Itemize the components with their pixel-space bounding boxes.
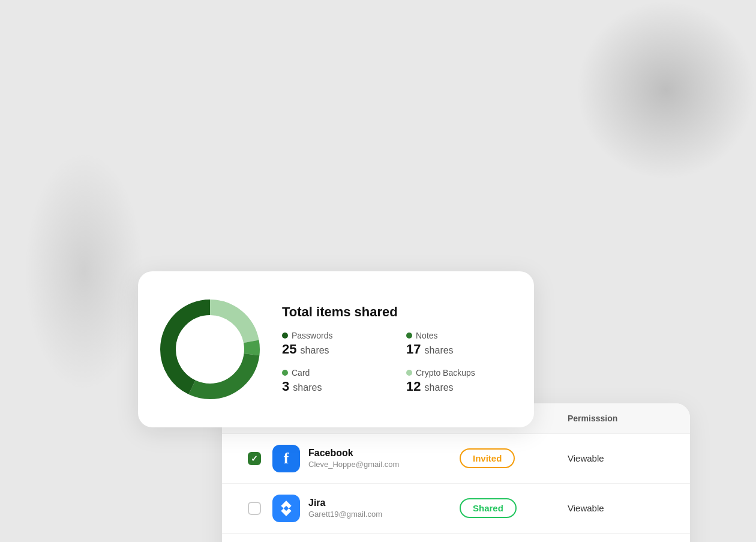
table-row-youtube[interactable]: Youtube Lyda_Howe@gmail.com Invited Edit… <box>222 534 690 543</box>
chart-title: Total items shared <box>282 304 512 320</box>
app-email: Garett19@gmail.com <box>308 510 382 519</box>
app-name: Facebook <box>308 448 399 459</box>
table-body: f Facebook Cleve_Hoppe@gmail.com Invited… <box>222 434 690 543</box>
stat-label: Notes <box>406 331 512 340</box>
stat-notes: Notes 17 shares <box>406 331 512 357</box>
stat-dot <box>282 370 288 376</box>
status-badge: Invited <box>460 448 515 468</box>
app-name: Jira <box>308 498 382 508</box>
status-cell: Shared <box>460 498 568 518</box>
jira-icon <box>272 495 300 522</box>
name-info: Facebook Cleve_Hoppe@gmail.com <box>308 448 399 469</box>
header-permission: Permisssion <box>568 412 676 425</box>
stat-passwords: Passwords 25 shares <box>282 331 388 357</box>
chart-info: Total items shared Passwords 25 shares N… <box>282 304 512 394</box>
stat-label: Passwords <box>282 331 388 340</box>
permission-cell: Viewable <box>568 503 676 513</box>
blob-decoration <box>576 0 756 180</box>
stat-value: 12 shares <box>406 379 512 394</box>
stat-crypto: Crypto Backups 12 shares <box>406 368 512 394</box>
checkbox-cell <box>236 502 272 515</box>
table-row-facebook[interactable]: f Facebook Cleve_Hoppe@gmail.com Invited… <box>222 434 690 484</box>
row-checkbox[interactable] <box>248 502 261 515</box>
status-badge: Shared <box>460 498 517 518</box>
stat-label: Card <box>282 368 388 378</box>
table-row-jira[interactable]: Jira Garett19@gmail.com Shared Viewable <box>222 484 690 534</box>
stat-dot <box>282 333 288 339</box>
status-cell: Invited <box>460 448 568 468</box>
stat-value: 25 shares <box>282 342 388 357</box>
page-container: Total items shared Passwords 25 shares N… <box>0 0 756 542</box>
name-cell: f Facebook Cleve_Hoppe@gmail.com <box>272 445 460 472</box>
row-checkbox[interactable] <box>248 452 261 465</box>
blob-decoration-left <box>24 151 144 391</box>
stat-value: 3 shares <box>282 379 388 394</box>
stat-dot <box>406 370 412 376</box>
name-info: Jira Garett19@gmail.com <box>308 498 382 519</box>
checkbox-cell <box>236 452 272 465</box>
stat-dot <box>406 333 412 339</box>
stat-card: Card 3 shares <box>282 368 388 394</box>
chart-card: Total items shared Passwords 25 shares N… <box>138 271 534 427</box>
chart-stats: Passwords 25 shares Notes 17 shares Card… <box>282 331 512 394</box>
donut-chart <box>150 289 270 409</box>
name-cell: Jira Garett19@gmail.com <box>272 495 460 522</box>
stat-label: Crypto Backups <box>406 368 512 378</box>
permission-cell: Viewable <box>568 453 676 463</box>
app-email: Cleve_Hoppe@gmail.com <box>308 460 399 469</box>
facebook-icon: f <box>272 445 300 472</box>
stat-value: 17 shares <box>406 342 512 357</box>
